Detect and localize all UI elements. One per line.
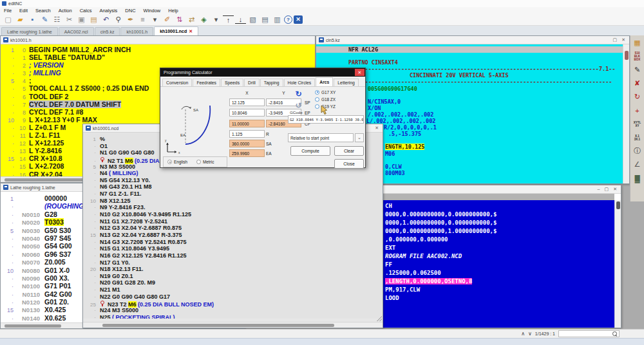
calculator-tab[interactable]: Tapping bbox=[260, 79, 283, 86]
counterclockwise-arc-icon[interactable]: ↺ bbox=[293, 100, 304, 111]
code-line[interactable]: ·N22 G0 G90 G40 G80 G17 bbox=[83, 294, 383, 301]
maximize-icon[interactable]: ▢ bbox=[613, 37, 618, 42]
save-icon[interactable]: ▪ bbox=[27, 15, 38, 24]
app-titlebar[interactable]: editNC bbox=[0, 0, 644, 7]
menu-item[interactable]: Help bbox=[164, 8, 182, 14]
clockwise-arc-icon[interactable]: ↻ bbox=[293, 89, 304, 99]
calculator-tab[interactable]: Conversion bbox=[162, 79, 192, 86]
open-file-icon[interactable]: ▰ bbox=[15, 15, 26, 24]
code-line[interactable]: 25N23 T2 M6 (0.25 DIA BULL NOSED EM) bbox=[83, 300, 383, 307]
code-line[interactable]: ·N17 G1 Y0. bbox=[83, 259, 383, 266]
maximize-icon[interactable]: ▢ bbox=[605, 187, 609, 192]
menu-item[interactable]: Analysis bbox=[95, 8, 121, 14]
center-point-x-field[interactable]: 11.00000 bbox=[229, 120, 265, 127]
code-line[interactable]: ,LENGTH,0.000000,OSETNO,8 bbox=[385, 277, 614, 286]
document-tab[interactable]: kh10001.h bbox=[120, 27, 153, 35]
code-line[interactable]: ·N9 Y-2.8416 F23. bbox=[83, 204, 383, 211]
list-icon[interactable]: ≡ bbox=[137, 15, 148, 24]
code-line[interactable]: FF bbox=[385, 261, 614, 269]
code-line[interactable]: ·N20 G91 G28 Z0. M9 bbox=[83, 279, 383, 286]
start-point-x-field[interactable]: 12.125 bbox=[229, 98, 265, 106]
xytl-view-icon[interactable]: XYTL XY bbox=[631, 118, 643, 130]
code-line[interactable]: PARTNO CIN5AXT4 bbox=[316, 59, 629, 66]
code-line[interactable]: 15N13 G2 X2.04 Y2.6887 R-3.375 bbox=[83, 232, 383, 239]
end-point-x-field[interactable]: 10.8046 bbox=[229, 109, 265, 117]
scrollbar-thumb[interactable] bbox=[625, 51, 629, 60]
new-file-icon[interactable]: ▢ bbox=[3, 15, 14, 24]
code-line[interactable]: CH bbox=[385, 202, 614, 210]
code-line[interactable]: .125000,0.062500 bbox=[385, 269, 614, 277]
units-radio[interactable]: Metric bbox=[196, 159, 214, 165]
plot-window-icon[interactable]: ▦ bbox=[631, 37, 643, 49]
end-angle-field[interactable]: 259.9960 bbox=[229, 149, 265, 157]
send-to-top-icon[interactable]: ↑ bbox=[223, 15, 234, 24]
receive-icon[interactable]: ↓ bbox=[235, 15, 246, 24]
radio-button-icon[interactable] bbox=[315, 97, 319, 102]
menu-item[interactable]: Edit bbox=[15, 8, 32, 14]
code-line[interactable]: ·N19 G0 Z0.1 bbox=[83, 273, 383, 280]
scrollbar-thumb[interactable] bbox=[5, 324, 61, 328]
tool-list-icon[interactable]: ⇄ bbox=[186, 15, 197, 24]
menu-item[interactable]: File bbox=[0, 8, 15, 14]
document-tab[interactable]: AAC002.ncl bbox=[59, 27, 94, 35]
code-line[interactable]: NFR ACL2G bbox=[316, 46, 629, 53]
pen-icon[interactable]: ✎ bbox=[631, 64, 643, 76]
code-editor[interactable]: CH0000,0.0000000000,0.0000000000,$0000,1… bbox=[383, 200, 614, 328]
clear-button[interactable]: Clear bbox=[334, 146, 364, 156]
units-radio[interactable]: English bbox=[167, 159, 187, 165]
horizontal-scrollbar[interactable] bbox=[83, 322, 383, 328]
undo-icon[interactable]: ↶ bbox=[100, 15, 111, 24]
print-icon[interactable]: ☷ bbox=[52, 15, 62, 24]
code-line[interactable]: ,0.000000,0.000000 bbox=[385, 236, 614, 244]
radius-field[interactable]: 1.125 bbox=[229, 130, 265, 138]
find-next-icon[interactable]: ∨ bbox=[528, 331, 532, 337]
code-line[interactable]: ·N5 G54 X12.13 Y0. bbox=[83, 177, 383, 184]
scrollbar-thumb[interactable] bbox=[616, 201, 620, 209]
code-line[interactable]: 0000,1.0000000000,0.0000000000,$ bbox=[385, 219, 614, 227]
pin-icon[interactable]: ✒ bbox=[125, 15, 136, 24]
search-icon[interactable]: ⚲ bbox=[113, 15, 124, 24]
code-line[interactable]: 20N18 X12.13 F11. bbox=[83, 266, 383, 273]
code-line[interactable]: EXT bbox=[385, 244, 614, 252]
code-line[interactable]: ·N21 M1 bbox=[83, 286, 383, 294]
code-line[interactable]: 10N8 X12.125 bbox=[83, 198, 383, 205]
vertical-scrollbar[interactable] bbox=[614, 200, 621, 328]
x1-scale-icon[interactable]: X.1 3X.1 bbox=[631, 131, 643, 144]
calculator-tab[interactable]: Drill bbox=[244, 79, 260, 86]
minimize-icon[interactable]: – bbox=[598, 187, 600, 192]
radio-button-icon[interactable] bbox=[196, 160, 201, 164]
split-horizontal-icon[interactable]: ▤ bbox=[260, 15, 270, 24]
plane-radio[interactable]: G18 ZX bbox=[315, 96, 336, 102]
dialog-titlebar[interactable]: Programming Calculator ✕ bbox=[160, 68, 365, 77]
code-line[interactable]: ·N15 G1 X10.8046 Y3.9495 bbox=[83, 245, 383, 252]
menu-item[interactable]: Action bbox=[55, 8, 76, 14]
start-angle-field[interactable]: 360.0000 bbox=[229, 140, 265, 147]
close-icon[interactable]: ✕ bbox=[621, 37, 625, 42]
close-icon[interactable]: ✕ bbox=[613, 187, 617, 192]
vertical-scrollbar[interactable] bbox=[623, 44, 629, 183]
code-line[interactable]: ·N16 G2 X12.125 Y2.8416 R1.125 bbox=[83, 252, 383, 259]
radio-button-icon[interactable] bbox=[315, 90, 319, 95]
menu-item[interactable]: DNC bbox=[121, 8, 139, 14]
calculator-tab[interactable]: Lettering bbox=[334, 79, 358, 86]
radio-button-icon[interactable] bbox=[315, 104, 319, 109]
menu-item[interactable]: Calcs bbox=[76, 8, 96, 14]
code-line[interactable] bbox=[316, 53, 629, 59]
find-previous-icon[interactable]: ∧ bbox=[521, 331, 525, 337]
cascade-windows-icon[interactable]: ▧ bbox=[247, 15, 258, 24]
code-line[interactable]: ·N12 G3 X2.04 Y-2.6887 R0.875 bbox=[83, 225, 383, 232]
close-tab-icon[interactable]: ✕ bbox=[189, 29, 193, 34]
calculator-tab[interactable]: Arcs bbox=[316, 77, 333, 86]
renumber-icon[interactable]: ⇅ bbox=[174, 15, 185, 24]
help-icon[interactable]: ? bbox=[284, 15, 292, 24]
document-tab[interactable]: Lathe roughing 1.lathe bbox=[1, 27, 58, 35]
radio-button-icon[interactable] bbox=[167, 160, 172, 164]
menu-item[interactable]: Search bbox=[32, 8, 55, 14]
info-icon[interactable]: ⓘ bbox=[631, 145, 643, 157]
ramp-icon[interactable]: ∠ bbox=[631, 158, 643, 171]
scrollbar-thumb[interactable] bbox=[102, 324, 334, 327]
machine-dropdown-icon[interactable]: ▾ bbox=[211, 15, 222, 24]
edit-tools-icon[interactable]: ✐ bbox=[162, 15, 173, 24]
code-line[interactable]: ·N10 G2 X10.8046 Y-3.9495 R1.125 bbox=[83, 211, 383, 218]
rotate-view-icon[interactable]: ↻ bbox=[631, 91, 643, 103]
